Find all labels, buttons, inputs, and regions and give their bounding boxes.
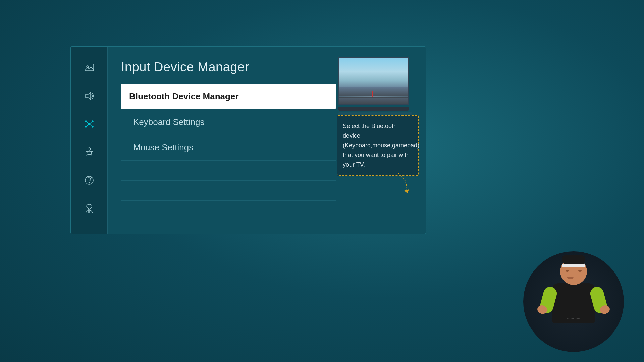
preview-area: Select the Bluetooth device (Keyboard,mo… bbox=[335, 47, 426, 234]
menu-list: Bluetooth Device Manager Keyboard Settin… bbox=[121, 84, 336, 201]
tooltip-text: Select the Bluetooth device (Keyboard,mo… bbox=[343, 121, 413, 170]
menu-item-bluetooth[interactable]: Bluetooth Device Manager bbox=[121, 84, 336, 109]
sidebar-item-support[interactable] bbox=[82, 173, 97, 188]
avatar-shirt-text: SAMSUNG bbox=[567, 317, 580, 320]
avatar-headband bbox=[562, 264, 585, 267]
avatar-head bbox=[560, 258, 587, 285]
avatar-mouth bbox=[567, 277, 574, 279]
avatar-container: SAMSUNG bbox=[523, 251, 624, 352]
sidebar-item-picture[interactable] bbox=[82, 60, 97, 75]
main-panel: Input Device Manager Bluetooth Device Ma… bbox=[70, 46, 426, 234]
menu-item-keyboard[interactable]: Keyboard Settings bbox=[121, 110, 336, 135]
tooltip-arrow-icon bbox=[395, 173, 412, 193]
sidebar-item-help[interactable] bbox=[82, 201, 97, 216]
avatar-hand-left bbox=[536, 304, 548, 315]
tv-marker bbox=[372, 91, 373, 97]
svg-line-9 bbox=[89, 121, 93, 124]
avatar-body: SAMSUNG bbox=[552, 283, 595, 323]
tooltip-box: Select the Bluetooth device (Keyboard,mo… bbox=[337, 115, 419, 176]
sidebar bbox=[71, 47, 108, 234]
svg-point-12 bbox=[88, 148, 91, 150]
avatar-eye-left bbox=[566, 270, 569, 272]
sidebar-item-sound[interactable] bbox=[82, 88, 97, 104]
avatar-hair bbox=[562, 255, 585, 262]
menu-item-empty1 bbox=[121, 161, 336, 181]
avatar-sleeve-right bbox=[589, 285, 608, 315]
sidebar-item-network[interactable] bbox=[82, 116, 97, 132]
svg-rect-0 bbox=[85, 64, 94, 71]
svg-line-11 bbox=[89, 124, 93, 127]
horizon-line bbox=[339, 96, 408, 97]
svg-marker-2 bbox=[86, 92, 91, 100]
tv-preview-container bbox=[338, 57, 409, 111]
avatar-figure: SAMSUNG bbox=[530, 258, 617, 352]
avatar-eye-right bbox=[578, 270, 582, 272]
avatar-sleeve-left bbox=[538, 285, 558, 315]
svg-point-14 bbox=[89, 182, 90, 183]
tv-screen bbox=[338, 57, 409, 105]
menu-item-mouse[interactable]: Mouse Settings bbox=[121, 135, 336, 161]
menu-item-empty2 bbox=[121, 181, 336, 201]
avatar-hand-right bbox=[599, 304, 610, 315]
tv-stand bbox=[338, 107, 409, 111]
svg-line-10 bbox=[86, 124, 89, 127]
sidebar-item-accessibility[interactable] bbox=[82, 144, 97, 160]
svg-line-8 bbox=[86, 121, 89, 124]
